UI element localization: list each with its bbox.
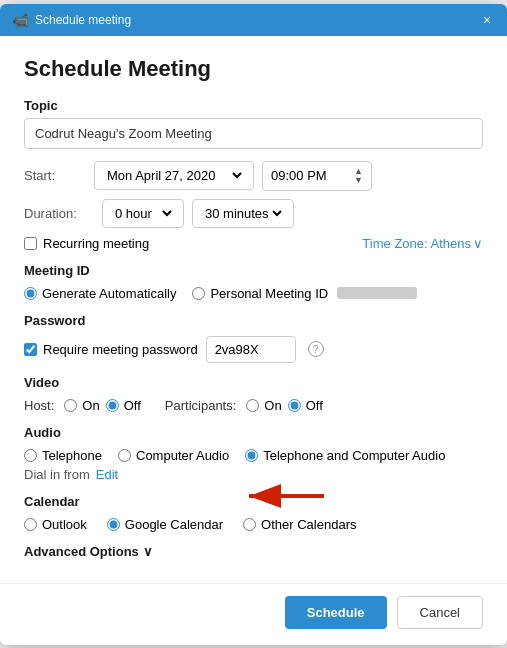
topic-input[interactable]: [24, 118, 483, 149]
titlebar: 📹 Schedule meeting ×: [0, 4, 507, 36]
page-title: Schedule Meeting: [24, 56, 483, 82]
host-label: Host:: [24, 398, 54, 413]
require-password-text: Require meeting password: [43, 342, 198, 357]
timezone-chevron[interactable]: ∨: [473, 236, 483, 251]
recurring-row: Recurring meeting Time Zone: Athens ∨: [24, 236, 483, 251]
video-title: Video: [24, 375, 483, 390]
cancel-button[interactable]: Cancel: [397, 596, 483, 629]
duration-label: Duration:: [24, 206, 94, 221]
part-off-radio[interactable]: [288, 399, 301, 412]
part-on-radio[interactable]: [246, 399, 259, 412]
start-label: Start:: [24, 168, 94, 183]
start-row: Start: Mon April 27, 2020 09:00 PM ▲ ▼: [24, 161, 483, 191]
calendar-radio-group: Outlook Google Calendar Other Calendars: [24, 517, 483, 532]
outlook-radio[interactable]: [24, 518, 37, 531]
host-off-option[interactable]: Off: [106, 398, 141, 413]
timezone-text: Time Zone: Athens: [362, 236, 471, 251]
google-calendar-radio[interactable]: [107, 518, 120, 531]
dial-in-label: Dial in from: [24, 467, 90, 482]
password-help-icon[interactable]: ?: [308, 341, 324, 357]
require-password-label[interactable]: Require meeting password: [24, 342, 198, 357]
host-on-label: On: [82, 398, 99, 413]
both-audio-option[interactable]: Telephone and Computer Audio: [245, 448, 445, 463]
duration-minutes-select[interactable]: 30 minutes 15 minutes 45 minutes: [192, 199, 294, 228]
calendar-title: Calendar: [24, 494, 483, 509]
host-off-label: Off: [124, 398, 141, 413]
participants-video-group: Participants: On Off: [165, 398, 323, 413]
advanced-options-label: Advanced Options: [24, 544, 139, 559]
meeting-id-title: Meeting ID: [24, 263, 483, 278]
part-off-option[interactable]: Off: [288, 398, 323, 413]
duration-hours-select[interactable]: 0 hour 1 hour 2 hours: [102, 199, 184, 228]
window-title: Schedule meeting: [35, 13, 131, 27]
password-section: Password Require meeting password ?: [24, 313, 483, 363]
host-off-radio[interactable]: [106, 399, 119, 412]
personal-meeting-id-blurred: [337, 287, 417, 299]
telephone-label: Telephone: [42, 448, 102, 463]
video-options-row: Host: On Off Participants: On: [24, 398, 483, 413]
calendar-section: Calendar Outlook Google Calendar: [24, 494, 483, 532]
titlebar-title: 📹 Schedule meeting: [12, 12, 131, 28]
hours-dropdown[interactable]: 0 hour 1 hour 2 hours: [111, 205, 175, 222]
computer-audio-option[interactable]: Computer Audio: [118, 448, 229, 463]
dial-in-row: Dial in from Edit: [24, 467, 483, 482]
personal-meeting-radio[interactable]: [192, 287, 205, 300]
telephone-option[interactable]: Telephone: [24, 448, 102, 463]
generate-auto-label: Generate Automatically: [42, 286, 176, 301]
part-off-label: Off: [306, 398, 323, 413]
participants-label: Participants:: [165, 398, 237, 413]
google-calendar-option[interactable]: Google Calendar: [107, 517, 223, 532]
host-video-group: Host: On Off: [24, 398, 141, 413]
main-content: Schedule Meeting Topic Start: Mon April …: [0, 36, 507, 575]
duration-row: Duration: 0 hour 1 hour 2 hours 30 minut…: [24, 199, 483, 228]
timezone-link[interactable]: Time Zone: Athens ∨: [362, 236, 483, 251]
require-password-checkbox[interactable]: [24, 343, 37, 356]
computer-audio-label: Computer Audio: [136, 448, 229, 463]
start-date-dropdown[interactable]: Mon April 27, 2020: [103, 167, 245, 184]
advanced-chevron: ∨: [143, 544, 153, 559]
video-icon: 📹: [12, 12, 29, 28]
personal-meeting-label: Personal Meeting ID: [210, 286, 328, 301]
generate-auto-radio[interactable]: [24, 287, 37, 300]
password-title: Password: [24, 313, 483, 328]
time-down-button[interactable]: ▼: [354, 176, 363, 185]
other-calendars-label: Other Calendars: [261, 517, 356, 532]
recurring-checkbox[interactable]: [24, 237, 37, 250]
minutes-dropdown[interactable]: 30 minutes 15 minutes 45 minutes: [201, 205, 285, 222]
start-time-field[interactable]: 09:00 PM ▲ ▼: [262, 161, 372, 191]
audio-title: Audio: [24, 425, 483, 440]
time-spinners[interactable]: ▲ ▼: [354, 167, 363, 185]
footer: Schedule Cancel: [0, 583, 507, 645]
other-calendars-option[interactable]: Other Calendars: [243, 517, 356, 532]
other-calendars-radio[interactable]: [243, 518, 256, 531]
generate-auto-option[interactable]: Generate Automatically: [24, 286, 176, 301]
time-value: 09:00 PM: [271, 168, 327, 183]
recurring-checkbox-label[interactable]: Recurring meeting: [24, 236, 149, 251]
audio-radio-group: Telephone Computer Audio Telephone and C…: [24, 448, 483, 463]
audio-section: Audio Telephone Computer Audio Telephone…: [24, 425, 483, 482]
part-on-option[interactable]: On: [246, 398, 281, 413]
computer-audio-radio[interactable]: [118, 449, 131, 462]
telephone-radio[interactable]: [24, 449, 37, 462]
start-date-select[interactable]: Mon April 27, 2020: [94, 161, 254, 190]
personal-meeting-option[interactable]: Personal Meeting ID: [192, 286, 417, 301]
password-input[interactable]: [206, 336, 296, 363]
meeting-id-section: Meeting ID Generate Automatically Person…: [24, 263, 483, 301]
schedule-meeting-window: 📹 Schedule meeting × Schedule Meeting To…: [0, 4, 507, 645]
close-button[interactable]: ×: [479, 12, 495, 28]
host-on-radio[interactable]: [64, 399, 77, 412]
both-audio-radio[interactable]: [245, 449, 258, 462]
google-calendar-label: Google Calendar: [125, 517, 223, 532]
outlook-option[interactable]: Outlook: [24, 517, 87, 532]
both-audio-label: Telephone and Computer Audio: [263, 448, 445, 463]
part-on-label: On: [264, 398, 281, 413]
video-section: Video Host: On Off Participants:: [24, 375, 483, 413]
host-on-option[interactable]: On: [64, 398, 99, 413]
schedule-button[interactable]: Schedule: [285, 596, 387, 629]
advanced-options-row[interactable]: Advanced Options ∨: [24, 544, 483, 559]
outlook-label: Outlook: [42, 517, 87, 532]
topic-label: Topic: [24, 98, 483, 113]
meeting-id-radio-group: Generate Automatically Personal Meeting …: [24, 286, 483, 301]
recurring-label: Recurring meeting: [43, 236, 149, 251]
edit-link[interactable]: Edit: [96, 467, 118, 482]
